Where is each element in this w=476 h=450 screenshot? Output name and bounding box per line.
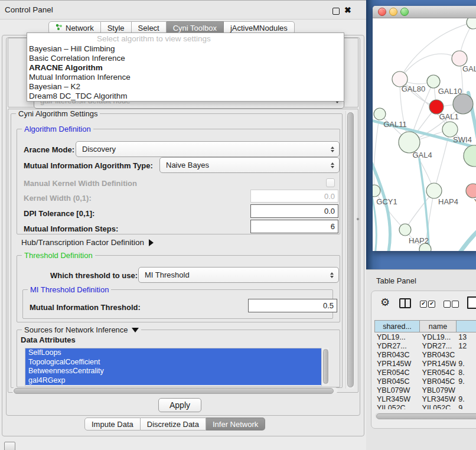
bottom-tab-bar: Impute DataDiscretize DataInfer Network (84, 418, 265, 431)
attribute-topologicalcoefficient[interactable]: TopologicalCoefficient (25, 358, 321, 367)
tab-label: Discretize Data (147, 420, 199, 429)
column-header-name[interactable]: name (420, 320, 457, 332)
tab-infer-network[interactable]: Infer Network (206, 418, 265, 431)
which-threshold-combo[interactable]: MI Threshold (138, 267, 339, 283)
float-window-icon[interactable] (332, 8, 340, 15)
table-cell: YER054C (420, 369, 457, 377)
table-row[interactable]: YER054CYER054C8. (374, 368, 476, 377)
tab-label: Style (107, 24, 125, 32)
algorithm-option-bayesian-hill-climbing[interactable]: Bayesian – Hill Climbing (29, 44, 342, 54)
network-edge[interactable] (400, 54, 459, 79)
tab-label: Infer Network (213, 420, 258, 429)
close-traffic-light-icon[interactable] (378, 8, 386, 16)
table-row[interactable]: YDL19...YDL19...13 (374, 332, 476, 341)
checked-checkbox-icon[interactable]: ✔ (420, 301, 427, 308)
document-icon[interactable] (467, 296, 476, 309)
column-header-shared[interactable]: shared... (374, 320, 420, 332)
attributes-vertical-scrollbar[interactable] (321, 348, 329, 385)
manual-kernel-label: Manual Kernel Width Definition (24, 179, 137, 188)
sources-group-title: Sources for Network Inference (24, 325, 128, 334)
algorithm-option-bayesian-k2[interactable]: Bayesian – K2 (29, 82, 342, 92)
table-cell: 9. (456, 377, 476, 386)
apply-button[interactable]: Apply (158, 398, 201, 412)
column-header-item[interactable] (457, 320, 476, 332)
node-label: GAL10 (438, 87, 462, 96)
node-label: GAL4 (412, 151, 432, 159)
network-node-gal4[interactable] (399, 132, 420, 153)
node-label: GAL (462, 64, 476, 73)
algorithm-option-mutual-information-inference[interactable]: Mutual Information Inference (29, 73, 342, 82)
table-cell: YER054C (374, 369, 420, 377)
table-cell: YIL052C (420, 404, 457, 409)
aracne-mode-value: Discovery (76, 145, 116, 154)
algorithm-option-dream8-dc-tdc-algorithm[interactable]: Dream8 DC_TDC Algorithm (29, 92, 342, 101)
network-node-y[interactable] (466, 184, 476, 198)
tab-impute-data[interactable]: Impute Data (84, 418, 141, 431)
table-cell: YLR345W (420, 395, 457, 403)
network-node[interactable] (467, 18, 476, 29)
aracne-mode-combo[interactable]: Discovery (76, 141, 340, 157)
minimized-window-icon[interactable] (4, 442, 15, 450)
table-horizontal-scrollbar[interactable] (375, 413, 476, 419)
close-icon[interactable]: ✖ (344, 5, 351, 15)
split-handle[interactable] (357, 218, 359, 220)
hub-definition-toggle[interactable]: Hub/Transcription Factor Definition (21, 238, 154, 247)
network-edge[interactable] (458, 226, 476, 251)
sources-toggle[interactable]: Sources for Network Inference (22, 325, 141, 334)
network-node-gal11[interactable] (374, 108, 386, 120)
tab-discretize-data[interactable]: Discretize Data (141, 418, 206, 431)
table-row[interactable]: YBL079WYBL079W (374, 386, 476, 395)
aracne-mode-label: Aracne Mode: (24, 145, 74, 154)
table-frame: ⚙ ✔ ✔ shared...name YDL19...YDL19...13YD… (371, 291, 476, 429)
table-row[interactable]: YIL052CYIL052C9. (374, 404, 476, 409)
unchecked-checkbox-icon[interactable] (452, 301, 459, 308)
zoom-traffic-light-icon[interactable] (400, 8, 409, 16)
table-row[interactable]: YLR345WYLR345W9. (374, 395, 476, 404)
network-window[interactable]: GALGAL80GAL10GAL1GAL11SWI4GAL4GCY1HAP4YH… (373, 6, 476, 251)
algorithm-option-aracne-algorithm[interactable]: ARACNE Algorithm (29, 63, 342, 73)
kernel-width-label: Kernel Width (0,1): (24, 194, 92, 203)
tab-label: Select (138, 24, 159, 32)
tab-label: Impute Data (92, 420, 133, 429)
kernel-width-input[interactable]: 0.0 (250, 190, 338, 203)
table-cell: YDL19... (374, 333, 420, 341)
network-icon (56, 24, 63, 32)
algorithm-option-basic-correlation-inference[interactable]: Basic Correlation Inference (29, 54, 342, 63)
columns-icon[interactable] (399, 298, 411, 308)
checked-checkbox-icon[interactable]: ✔ (428, 301, 435, 308)
settings-horizontal-scrollbar[interactable] (12, 387, 338, 393)
network-window-titlebar (373, 6, 476, 18)
attribute-betweennesscentrality[interactable]: BetweennessCentrality (25, 367, 321, 376)
minimize-traffic-light-icon[interactable] (389, 8, 397, 16)
attribute-gal4rgexp[interactable]: gal4RGexp (25, 376, 321, 386)
which-threshold-value: MI Threshold (139, 270, 190, 279)
mi-threshold-label: Mutual Information Threshold: (30, 303, 141, 312)
which-threshold-label: Which threshold to use: (50, 271, 138, 280)
settings-vertical-scrollbar[interactable] (345, 111, 354, 389)
gear-icon[interactable]: ⚙ (380, 296, 390, 309)
dpi-tolerance-input[interactable]: 0.0 (250, 204, 338, 218)
table-cell: YBR043C (420, 351, 457, 359)
network-node[interactable] (464, 145, 476, 167)
mi-threshold-input[interactable]: 0.5 (248, 299, 337, 312)
table-row[interactable]: YDR27...YDR27...12 (374, 341, 476, 350)
table-row[interactable]: YPR145WYPR145W9. (374, 359, 476, 368)
node-label: SWI4 (453, 135, 472, 144)
network-node[interactable] (453, 94, 473, 114)
table-cell: YDR27... (420, 342, 457, 350)
table-row[interactable]: YBR045CYBR045C9. (374, 377, 476, 386)
network-node-gal10[interactable] (427, 75, 440, 88)
tab-label: jActiveMNodules (230, 24, 288, 32)
network-node-gcy1[interactable] (373, 185, 380, 197)
table-row[interactable]: YBR043CYBR043C (374, 350, 476, 359)
unchecked-checkbox-icon[interactable] (444, 301, 451, 308)
mi-type-combo[interactable]: Naive Bayes (159, 157, 340, 173)
network-node-hap2[interactable] (399, 224, 411, 236)
network-node-hap4[interactable] (426, 183, 442, 198)
mi-steps-input[interactable]: 6 (250, 220, 338, 233)
cyni-settings-group-title: Cyni Algorithm Settings (16, 109, 100, 118)
network-canvas[interactable]: GALGAL80GAL10GAL1GAL11SWI4GAL4GCY1HAP4YH… (373, 18, 476, 251)
manual-kernel-checkbox[interactable] (326, 178, 335, 187)
control-panel-titlebar (0, 0, 366, 19)
attribute-selfloops[interactable]: SelfLoops (25, 348, 321, 358)
